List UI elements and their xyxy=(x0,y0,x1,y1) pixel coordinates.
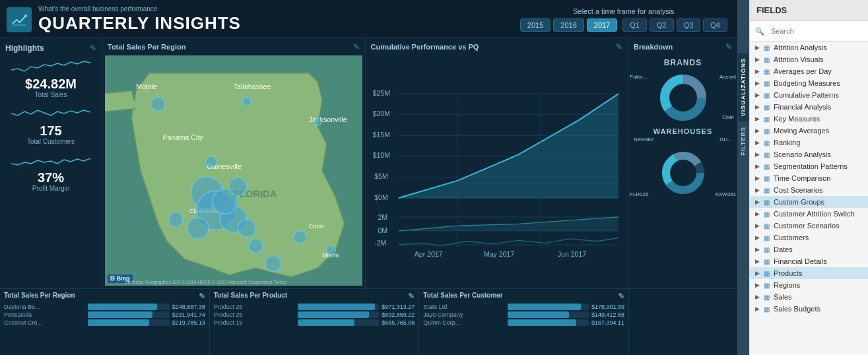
field-label: Cumulative Patterns xyxy=(774,91,863,99)
accord-label: Accord xyxy=(719,74,736,80)
field-item[interactable]: ▶ ▦ Sales xyxy=(750,291,868,303)
year-2017-button[interactable]: 2017 xyxy=(587,18,617,32)
customer-row-1: Jayo Company $149,412.88 xyxy=(423,311,624,318)
logo xyxy=(7,7,32,32)
field-label: Attrition Analysis xyxy=(774,44,863,51)
product-value-1: $892,859.22 xyxy=(382,311,415,318)
field-item[interactable]: ▶ ▦ Time Comparison xyxy=(750,172,868,184)
fields-title: FIELDS xyxy=(756,5,787,15)
map-edit-icon[interactable]: ✎ xyxy=(353,42,360,51)
field-item[interactable]: ▶ ▦ Customer Attrition Switch xyxy=(750,208,868,220)
field-item[interactable]: ▶ ▦ Scenario Analysis xyxy=(750,148,868,160)
customer-bar-fill-0 xyxy=(508,304,581,310)
field-item[interactable]: ▶ ▦ Customers xyxy=(750,232,868,243)
cumulative-edit-icon[interactable]: ✎ xyxy=(616,42,622,51)
product-row-1: Product 25 $892,859.22 xyxy=(214,311,415,318)
field-table-icon: ▦ xyxy=(764,127,770,135)
svg-point-21 xyxy=(294,231,306,243)
region-row-0: Daytona Be... $248,887.38 xyxy=(4,304,205,310)
field-item[interactable]: ▶ ▦ Cost Scenarios xyxy=(750,184,868,196)
field-item[interactable]: ▶ ▦ Financial Analysis xyxy=(750,101,868,113)
filters-tab[interactable]: FILTERS xyxy=(738,121,749,161)
region-label-0: Daytona Be... xyxy=(4,304,85,310)
total-sales-value: $24.82M xyxy=(25,77,77,91)
map-title: Total Sales Per Region xyxy=(108,43,185,51)
region-value-1: $231,941.74 xyxy=(172,311,205,318)
q3-button[interactable]: Q3 xyxy=(677,18,701,32)
product-label-1: Product 25 xyxy=(214,311,295,318)
field-item[interactable]: ▶ ▦ Averages per Day xyxy=(750,65,868,77)
field-item[interactable]: ▶ ▦ Budgeting Measures xyxy=(750,77,868,89)
field-item[interactable]: ▶ ▦ Dates xyxy=(750,243,868,255)
field-item[interactable]: ▶ ▦ Customer Scenarios xyxy=(750,220,868,232)
field-table-icon: ▦ xyxy=(764,163,770,170)
product-bar-2 xyxy=(298,319,379,326)
year-2015-button[interactable]: 2015 xyxy=(520,18,551,32)
field-chevron-icon: ▶ xyxy=(755,56,760,63)
quarter-buttons: Q1 Q2 Q3 Q4 xyxy=(622,18,727,32)
field-item[interactable]: ▶ ▦ Ranking xyxy=(750,137,868,148)
bottom-region-header: Total Sales Per Region ✎ xyxy=(4,292,205,301)
bottom-customer-panel: Total Sales Per Customer ✎ State Ltd $17… xyxy=(419,289,628,355)
field-item[interactable]: ▶ ▦ Moving Averages xyxy=(750,125,868,137)
total-customers-block: 175 Total Customers xyxy=(5,104,96,145)
field-item[interactable]: ▶ ▦ Sales Budgets xyxy=(750,303,868,315)
warehouses-title: WAREHOUSES xyxy=(628,127,737,135)
field-label: Customer Attrition Switch xyxy=(774,210,863,218)
field-item[interactable]: ▶ ▦ Financial Details xyxy=(750,255,868,267)
field-chevron-icon: ▶ xyxy=(755,270,760,276)
field-item[interactable]: ▶ ▦ Key Measures xyxy=(750,113,868,125)
q4-button[interactable]: Q4 xyxy=(703,18,727,32)
year-2016-button[interactable]: 2016 xyxy=(553,18,584,32)
edit-icon[interactable]: ✎ xyxy=(90,44,96,53)
field-chevron-icon: ▶ xyxy=(755,222,760,229)
customer-bar-2 xyxy=(508,319,589,326)
field-chevron-icon: ▶ xyxy=(755,294,760,300)
visualizations-tab[interactable]: VISUALIZATIONS xyxy=(738,53,749,121)
bottom-product-edit[interactable]: ✎ xyxy=(408,292,415,301)
customer-label-2: Quinm Corp... xyxy=(423,319,504,326)
fields-panel: FIELDS 🔍 ▶ ▦ Attrition Analysis ▶ ▦ Attr… xyxy=(749,0,868,355)
product-value-2: $665,765.06 xyxy=(382,319,415,326)
search-input[interactable] xyxy=(767,25,863,37)
map-credit: Earthstar Geographics SIO © 2018 HERE © … xyxy=(125,280,286,284)
field-chevron-icon: ▶ xyxy=(755,258,760,265)
region-bar-fill-2 xyxy=(88,319,149,326)
region-bar-2 xyxy=(88,319,169,326)
field-chevron-icon: ▶ xyxy=(755,68,760,75)
bottom-region-edit[interactable]: ✎ xyxy=(199,292,205,301)
time-frame-label: Select a time frame for analysis xyxy=(573,7,674,15)
field-chevron-icon: ▶ xyxy=(755,199,760,205)
q1-button[interactable]: Q1 xyxy=(622,18,647,32)
field-label: Financial Details xyxy=(774,257,863,265)
q2-button[interactable]: Q2 xyxy=(650,18,674,32)
chart-area: $25M $20M $15M $10M $5M $0M 2M 0M -2M xyxy=(366,55,628,288)
customer-label-0: State Ltd xyxy=(423,304,504,310)
product-label-0: Product 26 xyxy=(214,304,295,310)
bottom-customer-edit[interactable]: ✎ xyxy=(618,292,624,301)
field-chevron-icon: ▶ xyxy=(755,139,760,146)
field-label: Sales Budgets xyxy=(774,305,863,313)
field-item[interactable]: ▶ ▦ Cumulative Patterns xyxy=(750,89,868,101)
warehouses-donut-container: FLR025 AXW291 xyxy=(628,144,737,199)
header-title: QUARTERLY INSIGHTS xyxy=(38,13,520,34)
field-item[interactable]: ▶ ▦ Attrition Analysis xyxy=(750,42,868,53)
field-item[interactable]: ▶ ▦ Custom Groups xyxy=(750,196,868,208)
field-label: Key Measures xyxy=(774,115,863,123)
field-chevron-icon: ▶ xyxy=(755,80,760,86)
breakdown-title: Breakdown xyxy=(634,43,673,51)
svg-text:Apr 2017: Apr 2017 xyxy=(414,250,442,258)
field-item[interactable]: ▶ ▦ Regions xyxy=(750,279,868,291)
svg-text:$25M: $25M xyxy=(372,89,389,97)
breakdown-edit-icon[interactable]: ✎ xyxy=(725,42,732,51)
fields-search: 🔍 xyxy=(750,21,868,42)
field-item[interactable]: ▶ ▦ Segmentation Patterns xyxy=(750,160,868,172)
svg-point-18 xyxy=(187,218,209,239)
field-item[interactable]: ▶ ▦ Products xyxy=(750,267,868,279)
side-tabs: VISUALIZATIONS FILTERS xyxy=(737,0,749,355)
main-content: What's the overall business performance … xyxy=(0,0,737,355)
field-item[interactable]: ▶ ▦ Attrition Visuals xyxy=(750,53,868,65)
region-label-2: Coconut Cre... xyxy=(4,319,85,326)
cumulative-chart-svg: $25M $20M $15M $10M $5M $0M 2M 0M -2M xyxy=(371,58,623,286)
brands-title: BRANDS xyxy=(628,58,737,67)
